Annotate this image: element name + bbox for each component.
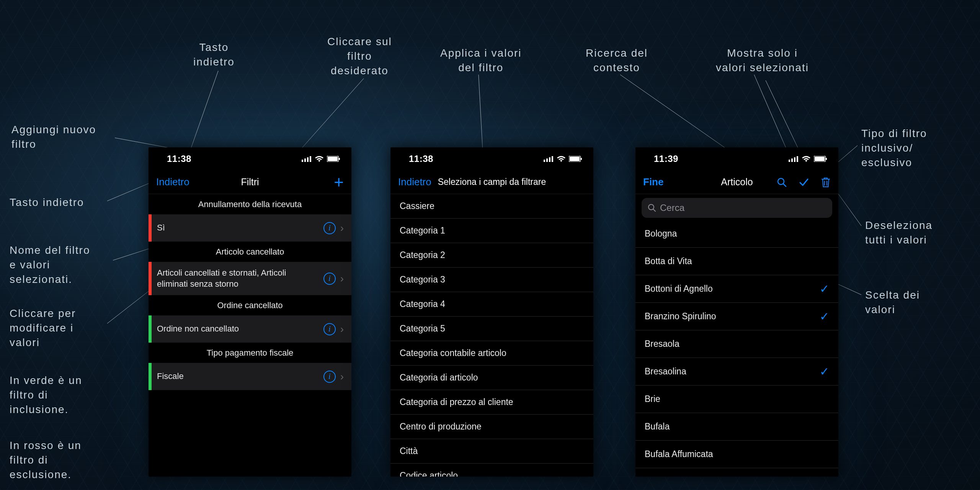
annotation-back-left: Tasto indietro [10,195,84,210]
value-row[interactable]: Brie✓ [635,385,838,413]
info-icon[interactable]: i [323,371,336,383]
battery-icon [814,156,828,162]
field-row[interactable]: Categoria 2 [390,243,593,268]
value-row[interactable]: Burrata✓ [635,468,838,477]
signal-icon [544,156,554,162]
value-row[interactable]: Bufala Affumicata✓ [635,441,838,468]
value-row[interactable]: Botta di Vita✓ [635,248,838,275]
annotation-click-filter: Cliccare sulfiltrodesiderato [327,34,392,78]
value-row[interactable]: Bufala✓ [635,413,838,441]
svg-rect-25 [570,157,580,161]
svg-rect-33 [826,158,827,160]
filter-edge-red [149,262,152,295]
filter-row[interactable]: Articoli cancellati e stornati, Articoli… [149,261,351,295]
filter-section-header: Annullamento della ricevuta [149,194,351,214]
field-row[interactable]: Categoria contabile articolo [390,341,593,366]
svg-rect-29 [794,157,795,162]
field-row[interactable]: Città [390,439,593,464]
chevron-right-icon: › [340,222,344,234]
nav-bar: Fine Articolo [635,170,838,194]
field-row[interactable]: Cassiere [390,194,593,219]
filter-value: Ordine non cancellato [152,318,323,340]
field-row[interactable]: Categoria 1 [390,219,593,243]
filter-edge-green [149,363,152,390]
field-row[interactable]: Categoria 5 [390,317,593,341]
checkmark-icon: ✓ [820,392,829,406]
field-row[interactable]: Codice articolo [390,464,593,477]
status-bar: 11:39 [635,147,838,170]
field-row[interactable]: Categoria di prezzo al cliente [390,390,593,415]
phone-articolo: 11:39 Fine Articolo Cerca Bologna✓Botta … [635,147,838,477]
value-row[interactable]: Branzino Spirulino✓ [635,303,838,330]
value-label: Bottoni di Agnello [645,284,713,294]
svg-rect-22 [549,157,550,162]
search-glyph-icon [648,204,656,212]
checkmark-icon: ✓ [820,282,829,296]
svg-rect-15 [307,157,309,162]
value-label: Bresaolina [645,366,686,377]
signal-icon [302,156,312,162]
field-row[interactable]: Categoria 3 [390,268,593,292]
filter-value: Sì [152,217,323,239]
status-icons [544,155,583,162]
value-label: Bresaola [645,339,679,349]
wifi-icon [802,155,811,162]
annotation-search-context: Ricerca delcontesto [586,46,648,75]
svg-rect-23 [552,156,553,162]
filter-section-header: Articolo cancellato [149,242,351,261]
value-label: Bufala Affumicata [645,449,713,459]
annotation-select-values: Scelta deivalori [865,288,920,317]
value-row[interactable]: Bologna✓ [635,220,838,248]
annotation-filter-type: Tipo di filtroinclusivo/esclusivo [861,126,927,170]
svg-rect-26 [581,158,582,160]
status-time: 11:38 [409,154,433,164]
svg-rect-27 [789,160,790,162]
phone-fields: 11:38 Indietro Seleziona i campi da filt… [390,147,593,477]
annotation-show-selected: Mostra solo ivalori selezionati [716,46,809,75]
svg-rect-30 [797,156,798,162]
search-placeholder: Cerca [660,203,684,213]
field-row[interactable]: Categoria di articolo [390,366,593,390]
fields-list: CassiereCategoria 1Categoria 2Categoria … [390,194,593,477]
info-icon[interactable]: i [323,222,336,234]
wifi-icon [315,155,324,162]
value-label: Brie [645,394,660,404]
annotation-add-filter: Aggiungi nuovofiltro [11,122,96,152]
filter-row[interactable]: Fiscalei› [149,363,351,390]
add-filter-button[interactable]: + [334,174,344,191]
value-row[interactable]: Bresaola✓ [635,330,838,358]
checkmark-icon: ✓ [820,337,829,351]
checkmark-icon: ✓ [820,475,829,477]
field-row[interactable]: Centro di produzione [390,415,593,439]
svg-rect-13 [302,160,303,162]
svg-rect-16 [310,156,311,162]
filter-edge-red [149,214,152,242]
status-bar: 11:38 [390,147,593,170]
svg-rect-19 [339,158,340,160]
back-button[interactable]: Indietro [156,176,189,188]
svg-rect-18 [328,157,338,161]
status-bar: 11:38 [149,147,351,170]
svg-rect-32 [815,157,825,161]
filter-value: Articoli cancellati e stornati, Articoli… [152,262,323,295]
info-icon[interactable]: i [323,273,336,285]
trash-icon[interactable] [821,176,831,188]
filter-section-header: Ordine cancellato [149,295,351,315]
checkmark-icon: ✓ [820,365,829,378]
back-button[interactable]: Indietro [398,176,431,188]
value-row[interactable]: Bottoni di Agnello✓ [635,275,838,303]
status-icons [789,155,828,162]
checkmark-icon: ✓ [820,255,829,268]
done-button[interactable]: Fine [643,176,663,188]
search-input[interactable]: Cerca [642,198,832,218]
status-icons [302,155,341,162]
info-icon[interactable]: i [323,323,336,335]
check-icon[interactable] [799,177,809,188]
filter-value: Fiscale [152,366,323,387]
filter-row[interactable]: Sìi› [149,214,351,242]
value-row[interactable]: Bresaolina✓ [635,358,838,385]
field-row[interactable]: Categoria 4 [390,292,593,317]
filter-row[interactable]: Ordine non cancellatoi› [149,315,351,343]
annotation-back-top: Tastoindietro [193,40,235,69]
search-icon[interactable] [776,177,787,188]
